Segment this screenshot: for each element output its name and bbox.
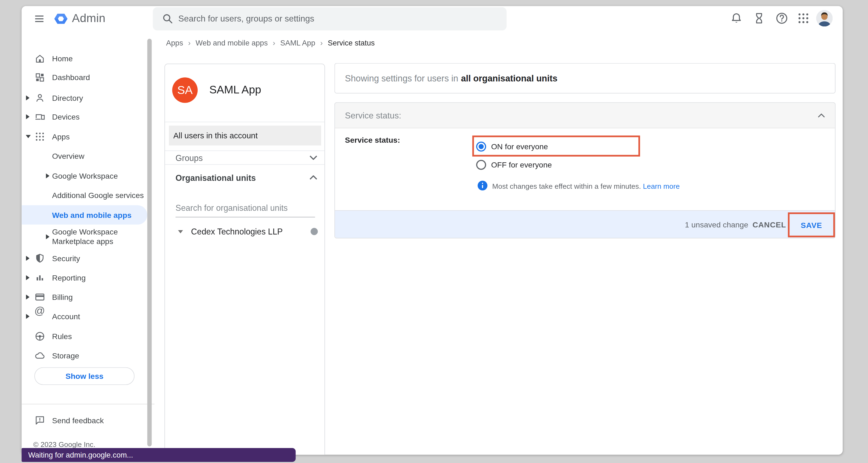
expand-right-icon[interactable] bbox=[25, 314, 30, 319]
sidebar-item-reporting[interactable]: Reporting bbox=[22, 268, 154, 287]
hourglass-icon[interactable] bbox=[752, 12, 766, 25]
sidebar-item-rules[interactable]: Rules bbox=[22, 327, 154, 345]
save-button[interactable]: SAVE bbox=[789, 214, 833, 236]
sidebar-item-devices[interactable]: Devices bbox=[22, 107, 154, 126]
scope-bold-text: all organisational units bbox=[461, 73, 557, 84]
org-units-section-header[interactable]: Organisational units bbox=[176, 173, 256, 183]
app-avatar: SA bbox=[172, 77, 198, 103]
billing-icon bbox=[34, 291, 45, 303]
app-title: SAML App bbox=[209, 84, 261, 96]
divider bbox=[165, 150, 324, 151]
service-status-section-header[interactable]: Service status: bbox=[335, 103, 835, 128]
save-bar: 1 unsaved change CANCEL SAVE bbox=[335, 210, 835, 238]
devices-icon bbox=[34, 111, 45, 122]
chevron-up-icon[interactable] bbox=[309, 175, 317, 180]
sidebar-item-home[interactable]: Home bbox=[22, 49, 154, 68]
page-title: Admin bbox=[72, 12, 105, 25]
home-icon bbox=[34, 53, 45, 64]
sidebar-item-dashboard[interactable]: Dashboard bbox=[22, 68, 154, 87]
storage-icon bbox=[34, 350, 45, 361]
org-unit-root-item[interactable]: Cedex Technologies LLP bbox=[191, 227, 283, 236]
chevron-down-icon[interactable] bbox=[309, 156, 317, 160]
apps-icon bbox=[34, 131, 45, 142]
radio-label-on[interactable]: ON for everyone bbox=[491, 142, 548, 151]
learn-more-link[interactable]: Learn more bbox=[643, 182, 680, 190]
breadcrumb: Apps›Web and mobile apps›SAML App›Servic… bbox=[166, 39, 375, 47]
expand-right-icon[interactable] bbox=[25, 95, 30, 100]
sidebar-item-web-and-mobile-apps[interactable]: Web and mobile apps bbox=[22, 205, 147, 225]
expand-right-icon[interactable] bbox=[45, 173, 50, 179]
divider bbox=[165, 164, 324, 165]
annotation-highlight-save: SAVE bbox=[788, 212, 835, 237]
browser-status-bar: Waiting for admin.google.com... bbox=[22, 448, 296, 462]
directory-icon bbox=[34, 92, 45, 103]
app-scope-panel: SA SAML App All users in this account Gr… bbox=[164, 64, 325, 455]
breadcrumb-saml-app[interactable]: SAML App bbox=[280, 39, 315, 47]
account-icon: @ bbox=[34, 311, 45, 322]
bell-icon[interactable] bbox=[730, 12, 743, 25]
service-status-card: Service status: Service status: ON for e… bbox=[335, 102, 836, 239]
radio-on-icon[interactable] bbox=[476, 141, 487, 152]
reporting-icon bbox=[34, 272, 45, 283]
groups-section-header[interactable]: Groups bbox=[176, 153, 203, 163]
rules-icon bbox=[34, 331, 45, 342]
expand-right-icon[interactable] bbox=[25, 256, 30, 261]
input-underline bbox=[176, 217, 315, 217]
sidebar-item-directory[interactable]: Directory bbox=[22, 89, 154, 107]
info-message: Most changes take effect within a few mi… bbox=[492, 182, 680, 190]
sidebar-item-security[interactable]: Security bbox=[22, 249, 154, 268]
feedback-icon bbox=[34, 415, 45, 426]
expand-right-icon[interactable] bbox=[25, 275, 30, 280]
global-search[interactable] bbox=[153, 7, 507, 30]
info-icon bbox=[477, 180, 488, 191]
breadcrumb-service-status: Service status bbox=[328, 39, 375, 47]
radio-off-icon[interactable] bbox=[476, 159, 487, 170]
help-icon[interactable] bbox=[775, 12, 788, 25]
org-units-search-input[interactable]: Search for organisational units bbox=[176, 203, 314, 212]
breadcrumb-web-and-mobile-apps[interactable]: Web and mobile apps bbox=[196, 39, 268, 47]
expand-right-icon[interactable] bbox=[45, 234, 50, 239]
section-title: Service status: bbox=[345, 110, 401, 121]
expand-right-icon[interactable] bbox=[25, 114, 30, 119]
scope-summary-card: Showing settings for users in all organi… bbox=[335, 63, 836, 94]
app-window: Admin bbox=[22, 6, 843, 455]
sidebar-divider bbox=[22, 404, 154, 404]
unsaved-changes-text: 1 unsaved change bbox=[685, 220, 748, 229]
sidebar-scrollbar[interactable] bbox=[147, 39, 152, 447]
scope-prefix-text: Showing settings for users in bbox=[345, 73, 458, 84]
copyright-text: © 2023 Google Inc. bbox=[33, 440, 95, 449]
sidebar-item-google-workspace[interactable]: Google Workspace bbox=[22, 166, 154, 185]
field-label: Service status: bbox=[345, 136, 400, 144]
send-feedback-button[interactable]: Send feedback bbox=[22, 411, 154, 430]
admin-logo-icon bbox=[54, 12, 68, 26]
expand-right-icon[interactable] bbox=[25, 294, 30, 300]
sidebar-item-additional-google-services[interactable]: Additional Google services bbox=[22, 186, 154, 204]
all-users-item[interactable]: All users in this account bbox=[169, 126, 321, 145]
search-input[interactable] bbox=[178, 7, 494, 30]
show-less-button[interactable]: Show less bbox=[34, 367, 135, 385]
divider bbox=[165, 122, 324, 122]
chevron-up-icon[interactable] bbox=[818, 113, 825, 118]
user-avatar[interactable] bbox=[816, 10, 833, 27]
sidebar-item-gw-marketplace-apps[interactable]: Google Workspace Marketplace apps bbox=[22, 225, 154, 249]
org-unit-status-dot bbox=[311, 228, 318, 235]
sidebar-item-storage[interactable]: Storage bbox=[22, 346, 154, 365]
radio-label-off[interactable]: OFF for everyone bbox=[491, 160, 552, 169]
sidebar-item-overview[interactable]: Overview bbox=[22, 146, 154, 165]
breadcrumb-apps[interactable]: Apps bbox=[166, 39, 183, 47]
dashboard-icon bbox=[34, 72, 45, 83]
sidebar-item-billing[interactable]: Billing bbox=[22, 288, 154, 306]
menu-icon[interactable] bbox=[34, 13, 45, 25]
expand-down-icon[interactable] bbox=[25, 135, 31, 139]
apps-grid-icon[interactable] bbox=[797, 12, 810, 25]
tree-collapse-icon[interactable] bbox=[178, 230, 183, 234]
sidebar-item-apps[interactable]: Apps bbox=[22, 127, 154, 146]
admin-console-page: Admin bbox=[0, 0, 868, 463]
cancel-button[interactable]: CANCEL bbox=[752, 220, 786, 229]
sidebar-item-account[interactable]: @ Account bbox=[22, 307, 154, 326]
shield-icon bbox=[34, 253, 45, 264]
search-icon bbox=[162, 13, 174, 25]
